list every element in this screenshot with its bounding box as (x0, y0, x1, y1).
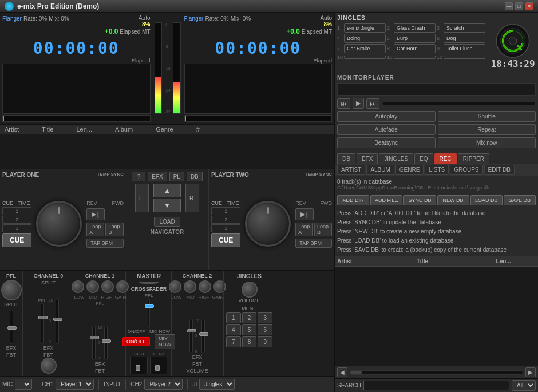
ch2-pfl-track[interactable] (189, 319, 193, 353)
ch2-mid-knob[interactable] (184, 280, 196, 293)
db-sub-tab-album[interactable]: ALBUM (366, 165, 394, 175)
player-one-btn-1[interactable]: 1 (2, 207, 31, 215)
db-save-button[interactable]: SAVE DB (504, 195, 536, 205)
ch1-pfl-handle[interactable] (90, 336, 99, 339)
jingle-button-2[interactable]: Glass Crash (394, 23, 436, 33)
ch1-main-track[interactable] (104, 326, 108, 360)
jingle-button-10[interactable] (344, 56, 386, 59)
master-fader-handle[interactable] (145, 304, 154, 308)
player-one-btn-3[interactable]: 3 (2, 224, 31, 232)
jingle-button-11[interactable] (394, 56, 436, 59)
crossfader-on-off-button[interactable]: ON/OFF (122, 337, 150, 346)
db-new-button[interactable]: NEW DB (437, 195, 469, 205)
ch1-cf-handle[interactable] (136, 365, 140, 371)
jingles-btn-4[interactable]: 4 (226, 324, 241, 335)
ch0-pfl-track[interactable] (41, 303, 44, 344)
player-two-btn-2[interactable]: 2 (211, 216, 240, 224)
jingle-button-5[interactable]: Burp (394, 34, 436, 43)
player-two-btn-1[interactable]: 1 (211, 207, 240, 215)
player-two-cue-button[interactable]: CUE (211, 233, 240, 247)
beatsync-button[interactable]: Beatsync (337, 137, 436, 148)
nav-l-button[interactable]: L (135, 184, 149, 212)
autoplay-button[interactable]: Autoplay (337, 111, 436, 122)
db-sub-tab-groups[interactable]: GROUPS (450, 165, 482, 175)
deck-right-position[interactable] (184, 115, 333, 122)
player-two-knob[interactable] (245, 201, 291, 247)
ch2-main-handle[interactable] (199, 332, 208, 336)
jingles-btn-6[interactable]: 6 (258, 324, 272, 335)
db-tab-eq[interactable]: EQ (414, 153, 433, 164)
ch0-volume-knob[interactable] (41, 358, 57, 374)
jingles-btn-9[interactable]: 9 (258, 336, 272, 347)
jingles-btn-8[interactable]: 8 (242, 336, 257, 347)
db-tab-db[interactable]: DB (337, 153, 355, 164)
player-two-loop-a[interactable]: Loop A (295, 223, 313, 236)
master-fader-track[interactable] (148, 299, 150, 328)
db-tab-efx[interactable]: EFX (357, 153, 378, 164)
nav-up-arrow[interactable]: ▲ (153, 184, 181, 197)
player-one-knob[interactable] (36, 201, 82, 247)
jingle-button-6[interactable]: Dog (444, 34, 485, 43)
db-search-select[interactable]: All (512, 380, 536, 391)
nav-load-button[interactable]: LOAD (154, 217, 180, 227)
deck-left-position[interactable] (2, 115, 151, 122)
ch0-main-track[interactable] (56, 298, 59, 344)
ch2-pfl-handle[interactable] (187, 329, 196, 332)
ch2-main-track[interactable] (201, 319, 205, 353)
ch1-pfl-track[interactable] (92, 326, 96, 360)
db-add-dir-button[interactable]: ADD DIR (337, 195, 369, 205)
jingles-btn-1[interactable]: 1 (226, 312, 241, 323)
player-one-btn-2[interactable]: 2 (2, 216, 31, 224)
monitor-prev-button[interactable]: ⏮ (337, 98, 350, 109)
ch1-mid-knob[interactable] (86, 280, 99, 293)
db-scroll-right-button[interactable]: ▶ (525, 367, 536, 377)
db-sub-tab-lists[interactable]: LISTS (425, 165, 449, 175)
pfl-fader-handle[interactable] (7, 326, 17, 330)
player-one-play-button[interactable]: ▶‖ (86, 208, 105, 220)
pfl-fader[interactable] (10, 310, 13, 344)
player-one-tap-bpm[interactable]: TAP BPM (86, 239, 124, 248)
jingle-button-12[interactable] (444, 56, 485, 59)
ch0-main-handle[interactable] (53, 318, 62, 321)
player-one-loop-a[interactable]: Loop A (86, 223, 104, 236)
jingles-btn-3[interactable]: 3 (258, 312, 272, 323)
ch1-cf-track[interactable] (130, 357, 148, 374)
ch1-main-handle[interactable] (102, 339, 111, 343)
close-button[interactable]: ✕ (525, 2, 533, 10)
ch2-cf-track[interactable] (150, 357, 167, 374)
nav-pl-button[interactable]: PL (169, 172, 184, 181)
db-tab-jingles[interactable]: JINGLES (379, 153, 413, 164)
jingles-volume-knob[interactable] (242, 282, 258, 298)
jingle-button-7[interactable]: Car Brake (344, 44, 386, 53)
repeat-button[interactable]: Repeat (438, 124, 536, 135)
jingle-button-4[interactable]: Boing (344, 34, 386, 43)
minimize-button[interactable]: — (505, 2, 513, 10)
db-scroll-thumb[interactable] (350, 371, 362, 374)
ji-select[interactable]: Jingles (199, 379, 235, 390)
ch2-select[interactable]: Player 2 (144, 379, 183, 390)
player-one-cue-button[interactable]: CUE (2, 233, 31, 247)
pfl-knob[interactable] (1, 280, 22, 300)
ch2-cf-handle[interactable] (155, 365, 160, 371)
db-tab-ripper[interactable]: RIPPER (458, 153, 489, 164)
master-volume-knob[interactable] (139, 282, 159, 284)
nav-down-arrow[interactable]: ▼ (153, 199, 181, 212)
jingle-button-3[interactable]: Scratch (444, 23, 485, 33)
jingle-button-9[interactable]: Toilet Flush (444, 44, 485, 53)
db-search-input[interactable] (363, 381, 509, 390)
ch1-low-knob[interactable] (72, 280, 84, 293)
db-tab-rec[interactable]: REC (434, 153, 457, 164)
db-scroll-left-button[interactable]: ◀ (337, 367, 347, 377)
nav-efx-button[interactable]: EFX (148, 172, 167, 181)
monitor-progress-bar[interactable] (382, 102, 536, 105)
monitor-next-button[interactable]: ⏭ (366, 98, 379, 109)
db-sync-button[interactable]: SYNC DB (404, 195, 436, 205)
shuffle-button[interactable]: Shuffle (438, 111, 536, 122)
db-scroll-track[interactable] (350, 370, 523, 375)
jingles-btn-5[interactable]: 5 (242, 324, 257, 335)
db-add-file-button[interactable]: ADD FILE (370, 195, 402, 205)
player-two-btn-3[interactable]: 3 (211, 224, 240, 232)
ch1-select[interactable]: Player 1 (56, 379, 94, 390)
player-two-tap-bpm[interactable]: TAP BPM (295, 239, 332, 248)
player-two-loop-b[interactable]: Loop B (314, 223, 332, 236)
